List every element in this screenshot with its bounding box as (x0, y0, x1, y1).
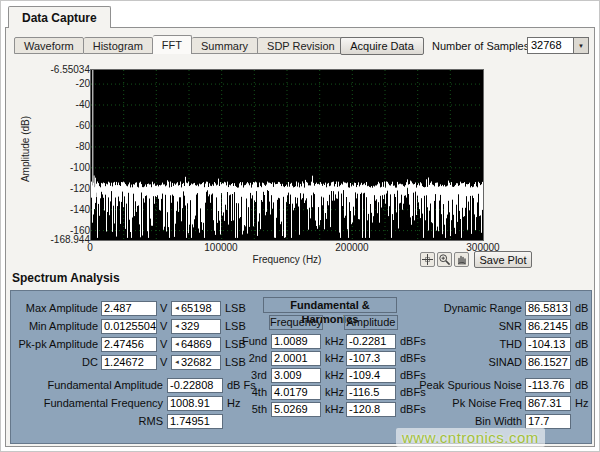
pk-noise-freq-value: 867.31 (525, 396, 571, 411)
y-tick: -100 (70, 162, 90, 173)
peak-spurious-noise-value: -113.76 (525, 378, 571, 393)
unit-label: Hz (575, 397, 588, 409)
unit-label: dB (575, 338, 588, 350)
pk-noise-freq-row: Pk Noise Freq 867.31 Hz (11, 396, 591, 412)
tab-sdp-revision[interactable]: SDP Revision (258, 37, 345, 54)
crosshair-icon[interactable] (420, 252, 435, 267)
plot-tools (420, 252, 469, 267)
y-tick: -40 (76, 99, 90, 110)
sinad-row: SINAD 86.1527 dB (11, 355, 591, 371)
data-capture-window: Data Capture Waveform Histogram FFT Summ… (0, 0, 600, 452)
field-label: Bin Width (407, 415, 522, 427)
watermark: www.cntronics.com (396, 428, 545, 447)
y-axis-title: Amplitude (dB) (20, 69, 31, 229)
number-of-samples-value: 32768 (528, 38, 573, 53)
y-tick: -140 (70, 204, 90, 215)
acquire-data-button[interactable]: Acquire Data (340, 37, 424, 55)
dynamic-range-value: 86.5813 (525, 301, 571, 316)
fft-plot-svg (91, 70, 483, 240)
x-tick: 100000 (199, 242, 243, 253)
unit-label: dB (575, 302, 588, 314)
x-axis-title: Frequency (Hz) (226, 254, 348, 265)
x-tick: 0 (68, 242, 112, 253)
bin-width-value: 17.7 (525, 414, 571, 429)
dynamic-range-row: Dynamic Range 86.5813 dB (11, 301, 591, 317)
tab-fft[interactable]: FFT (153, 35, 192, 54)
field-label: Dynamic Range (407, 302, 522, 314)
y-axis-ticks: -6.55034 -20 -40 -60 -80 -100 -120 -140 … (36, 28, 90, 258)
zoom-icon[interactable] (437, 252, 452, 267)
sinad-value: 86.1527 (525, 355, 571, 370)
window-title: Data Capture (22, 11, 97, 25)
x-tick: 200000 (330, 242, 374, 253)
thd-row: THD -104.13 dB (11, 337, 591, 353)
thd-value: -104.13 (525, 337, 571, 352)
field-label: SINAD (407, 356, 522, 368)
snr-row: SNR 86.2145 dB (11, 319, 591, 335)
fft-plot-canvas[interactable] (90, 69, 484, 241)
unit-label: dB (575, 356, 588, 368)
number-of-samples-select[interactable]: 32768 ▼ (527, 37, 589, 54)
chevron-down-icon[interactable]: ▼ (573, 38, 588, 53)
number-of-samples-label: Number of Samples (432, 40, 529, 52)
y-tick: -60 (76, 120, 90, 131)
y-tick: -120 (70, 183, 90, 194)
peak-spurious-noise-row: Peak Spurious Noise -113.76 dB (11, 378, 591, 394)
y-tick: -20 (76, 78, 90, 89)
tab-histogram[interactable]: Histogram (84, 37, 153, 54)
unit-label: dB (575, 379, 588, 391)
field-label: Peak Spurious Noise (407, 379, 522, 391)
spectrum-analysis-heading: Spectrum Analysis (12, 271, 120, 285)
tab-data-capture[interactable]: Data Capture (8, 6, 111, 28)
snr-value: 86.2145 (525, 319, 571, 334)
unit-label: dB (575, 320, 588, 332)
y-tick: -6.55034 (51, 64, 90, 75)
y-tick: -80 (76, 141, 90, 152)
field-label: Pk Noise Freq (407, 397, 522, 409)
pan-icon[interactable] (454, 252, 469, 267)
save-plot-button[interactable]: Save Plot (474, 251, 532, 268)
tab-summary[interactable]: Summary (192, 37, 258, 54)
field-label: SNR (407, 320, 522, 332)
data-capture-page: Waveform Histogram FFT Summary SDP Revis… (5, 27, 595, 447)
field-label: THD (407, 338, 522, 350)
spectrum-analysis-panel: Max Amplitude 2.487 V ◄65198 LSB Min Amp… (10, 290, 592, 444)
